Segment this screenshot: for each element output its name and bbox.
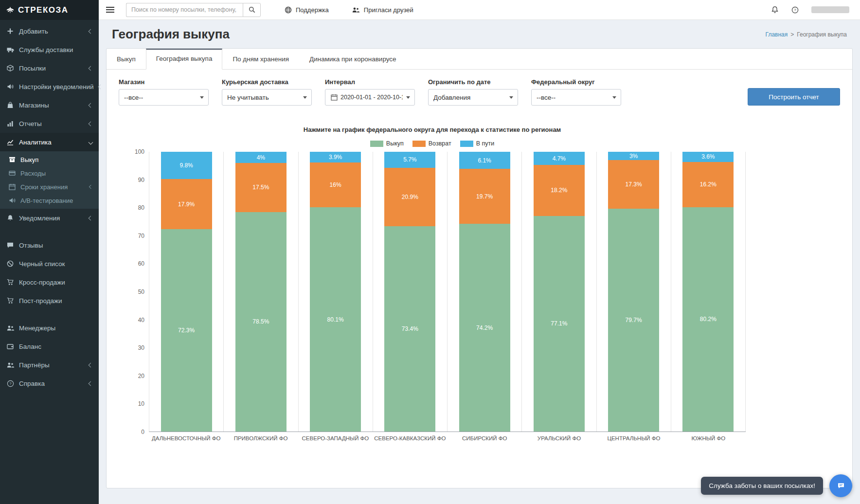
sidebar-item-label: Баланс <box>19 343 41 350</box>
segment-value-label: 3.9% <box>329 154 342 160</box>
sidebar-item-label: Магазины <box>19 102 49 109</box>
chart-bar-slot-5[interactable]: 74.2%19.7%6.1% <box>448 152 522 432</box>
sidebar-item-delivery-services[interactable]: Службы доставки <box>0 40 99 59</box>
sidebar-item-analytics[interactable]: Аналитика <box>0 133 99 151</box>
bar-segment-buyout[interactable]: 79.7% <box>608 209 659 432</box>
date-limit-select[interactable]: Добавления <box>428 89 518 106</box>
comment-icon <box>6 242 14 249</box>
bar-segment-in-transit[interactable]: 3.6% <box>682 152 734 162</box>
legend-label: Возврат <box>429 140 451 147</box>
date-limit-select-value: Добавления <box>433 94 470 101</box>
sidebar-item-notification-settings[interactable]: Настройки уведомлений <box>0 77 99 96</box>
bar-segment-buyout[interactable]: 80.1% <box>310 207 361 432</box>
bar-segment-in-transit[interactable]: 9.8% <box>161 152 212 179</box>
bar-segment-buyout[interactable]: 80.2% <box>682 207 734 432</box>
legend-item-buyout[interactable]: Выкуп <box>370 140 404 147</box>
sidebar-item-balance[interactable]: Баланс <box>0 337 99 356</box>
chart-bar-slot-1[interactable]: 72.3%17.9%9.8% <box>149 152 224 432</box>
help-icon[interactable]: ? <box>791 6 799 14</box>
sidebar-item-post-sales[interactable]: Пост-продажи <box>0 291 99 310</box>
bar-segment-return[interactable]: 16.2% <box>682 162 734 207</box>
bar-segment-return[interactable]: 18.2% <box>534 165 585 216</box>
invite-friends-link[interactable]: Пригласи друзей <box>352 6 413 14</box>
sidebar-item-label: Отчеты <box>19 120 42 127</box>
bell-icon <box>6 215 14 221</box>
segment-value-label: 73.4% <box>402 326 418 332</box>
caret-down-icon <box>200 96 204 99</box>
sidebar-item-reviews[interactable]: Отзывы <box>0 236 99 254</box>
notifications-bell-icon[interactable] <box>771 6 779 14</box>
stacked-bar: 80.1%16%3.9% <box>310 152 361 432</box>
bar-segment-return[interactable]: 16% <box>310 162 361 207</box>
bar-segment-in-transit[interactable]: 4% <box>235 152 287 163</box>
sidebar-item-parcels[interactable]: Посылки <box>0 59 99 77</box>
bar-segment-buyout[interactable]: 74.2% <box>459 224 510 432</box>
tab-storage-days[interactable]: По дням хранения <box>222 49 299 70</box>
sidebar-subitem-ab-testing[interactable]: А/В-тестирование <box>0 194 99 207</box>
sidebar-item-label: Отзывы <box>19 242 43 249</box>
shop-select[interactable]: --все-- <box>119 89 209 106</box>
bar-segment-in-transit[interactable]: 6.1% <box>459 152 510 169</box>
bar-segment-buyout[interactable]: 72.3% <box>161 229 212 432</box>
bar-segment-return[interactable]: 17.9% <box>161 179 212 229</box>
sidebar-item-managers[interactable]: Менеджеры <box>0 319 99 337</box>
bar-segment-buyout[interactable]: 77.1% <box>534 216 585 432</box>
bar-segment-in-transit[interactable]: 4.7% <box>534 152 585 165</box>
segment-value-label: 18.2% <box>551 187 567 193</box>
y-tick-label: 40 <box>138 317 144 324</box>
search-input[interactable] <box>126 3 243 17</box>
sidebar-item-label: Аналитика <box>19 139 52 146</box>
bar-segment-return[interactable]: 17.5% <box>235 163 287 212</box>
federal-district-select[interactable]: --все-- <box>531 89 621 106</box>
sidebar-item-reports[interactable]: Отчеты <box>0 114 99 133</box>
search-button[interactable] <box>243 3 261 17</box>
sidebar-item-help[interactable]: ?Справка <box>0 374 99 393</box>
chart-bar-slot-7[interactable]: 79.7%17.3%3% <box>597 152 671 432</box>
bar-segment-return[interactable]: 17.3% <box>608 160 659 208</box>
x-axis-label: ДАЛЬНЕВОСТОЧНЫЙ ФО <box>149 435 223 441</box>
caret-down-icon <box>612 96 616 99</box>
chart-bar-slot-2[interactable]: 78.5%17.5%4% <box>224 152 298 432</box>
chart-bar-slot-6[interactable]: 77.1%18.2%4.7% <box>522 152 596 432</box>
courier-select[interactable]: Не учитывать <box>222 89 312 106</box>
sidebar: СТРЕКОЗА ДобавитьСлужбы доставкиПосылкиН… <box>0 0 99 504</box>
brand-logo[interactable]: СТРЕКОЗА <box>0 0 99 20</box>
sidebar-item-shops[interactable]: Магазины <box>0 96 99 114</box>
interval-date-range-picker[interactable]: 2020-01-01 - 2020-10-13 <box>325 89 415 106</box>
tab-buyout[interactable]: Выкуп <box>107 49 146 70</box>
chart-bar-slot-4[interactable]: 73.4%20.9%5.7% <box>373 152 448 432</box>
segment-value-label: 78.5% <box>252 319 269 324</box>
chart-bar-slot-8[interactable]: 80.2%16.2%3.6% <box>671 152 746 432</box>
chart-bar-slot-3[interactable]: 80.1%16%3.9% <box>299 152 373 432</box>
legend-item-return[interactable]: Возврат <box>412 140 451 147</box>
sidebar-item-add[interactable]: Добавить <box>0 22 99 40</box>
tab-covid-dynamics[interactable]: Динамика при коронавирусе <box>299 49 407 70</box>
user-account-name[interactable] <box>811 6 849 13</box>
bar-segment-in-transit[interactable]: 5.7% <box>384 152 435 168</box>
sidebar-item-notifications[interactable]: Уведомления <box>0 209 99 227</box>
support-link[interactable]: Поддержка <box>284 6 329 14</box>
legend-item-in-transit[interactable]: В пути <box>460 140 495 147</box>
build-report-button[interactable]: Построить отчет <box>748 88 840 106</box>
bars-icon <box>6 120 14 127</box>
breadcrumb-home-link[interactable]: Главная <box>766 31 788 38</box>
bar-segment-return[interactable]: 19.7% <box>459 169 510 224</box>
chat-button[interactable] <box>829 474 852 497</box>
bar-segment-return[interactable]: 20.9% <box>384 168 435 226</box>
sidebar-item-partners[interactable]: Партнёры <box>0 356 99 374</box>
sidebar-subitem-buyout[interactable]: Выкуп <box>0 153 99 166</box>
bar-segment-in-transit[interactable]: 3% <box>608 152 659 160</box>
support-label: Поддержка <box>296 6 329 14</box>
legend-swatch <box>370 141 383 147</box>
segment-value-label: 19.7% <box>476 194 493 199</box>
x-axis-label: СЕВЕРО-ЗАПАДНЫЙ ФО <box>298 435 373 441</box>
bar-segment-buyout[interactable]: 73.4% <box>384 226 435 432</box>
sidebar-subitem-storage-terms[interactable]: Сроки хранения <box>0 180 99 194</box>
tab-geography-buyout[interactable]: География выкупа <box>146 49 223 70</box>
bar-segment-in-transit[interactable]: 3.9% <box>310 152 361 162</box>
sidebar-item-blacklist[interactable]: Черный список <box>0 254 99 273</box>
sidebar-subitem-expenses[interactable]: Расходы <box>0 166 99 180</box>
sidebar-item-cross-sales[interactable]: Кросс-продажи <box>0 273 99 291</box>
sidebar-toggle-button[interactable] <box>99 0 121 19</box>
bar-segment-buyout[interactable]: 78.5% <box>235 212 287 432</box>
